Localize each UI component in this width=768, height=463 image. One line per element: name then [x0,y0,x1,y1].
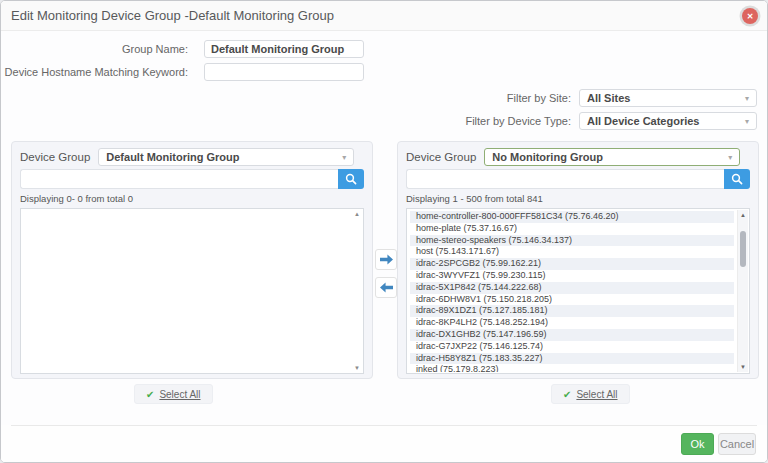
device-list-item[interactable]: idrac-3WYVFZ1 (75.99.230.115) [410,270,734,282]
target-search-row [406,169,750,189]
arrow-left-icon [379,281,394,294]
source-select-all-button[interactable]: ✔ Select All [134,384,213,404]
edit-monitoring-device-group-dialog: Edit Monitoring Device Group -Default Mo… [0,0,768,463]
source-search-row [20,169,364,189]
device-list-item[interactable]: idrac-8KP4LH2 (75.148.252.194) [410,317,734,329]
filter-site-label: Filter by Site: [1,92,571,104]
device-list-item[interactable]: home-controller-800-000FFF581C34 (75.76.… [410,211,734,223]
chevron-down-icon: ▾ [745,94,749,103]
scrollbar-thumb[interactable] [740,231,746,267]
scroll-up-icon[interactable]: ▲ [354,211,360,217]
group-name-input[interactable] [204,40,364,58]
group-name-row: Group Name: [1,40,364,58]
arrow-right-icon [379,253,394,266]
hostname-keyword-row: Device Hostname Matching Keyword: [1,63,364,81]
device-list-item[interactable]: idrac-2SPCGB2 (75.99.162.21) [410,258,734,270]
target-panel-header: Device Group No Monitoring Group ▾ [406,148,750,166]
scrollbar[interactable]: ▲ ▼ [737,210,748,372]
filter-device-type-select[interactable]: All Device Categories ▾ [579,112,757,130]
source-displaying-count: Displaying 0- 0 from total 0 [20,193,364,204]
filter-site-select[interactable]: All Sites ▾ [579,89,757,107]
device-list-item[interactable]: idrac-DX1GHB2 (75.147.196.59) [410,329,734,341]
target-device-list-rows: home-controller-800-000FFF581C34 (75.76.… [410,211,734,372]
source-search-button[interactable] [338,169,364,189]
cancel-button[interactable]: Cancel [718,433,756,455]
target-device-panel: Device Group No Monitoring Group ▾ Displ… [397,141,759,379]
filter-site-value: All Sites [587,92,630,104]
device-list-item[interactable]: idrac-G7JXP22 (75.146.125.74) [410,341,734,353]
source-device-list[interactable]: ▲ ▼ [20,208,364,374]
source-search-input[interactable] [20,169,338,189]
chevron-down-icon: ▾ [728,153,732,162]
device-list-item[interactable]: inked (75.179.8.223) [410,364,734,372]
dialog-footer: Ok Cancel [1,425,767,462]
device-list-item[interactable]: home-plate (75.37.16.67) [410,223,734,235]
filter-device-type-row: Filter by Device Type: All Device Catego… [1,112,757,130]
close-button[interactable]: ✕ [742,8,758,24]
dialog-title: Edit Monitoring Device Group -Default Mo… [11,8,334,23]
ok-button[interactable]: Ok [681,433,714,455]
source-device-group-value: Default Monitoring Group [106,151,239,163]
device-group-label: Device Group [406,151,476,163]
search-icon [731,173,743,185]
check-icon: ✔ [146,389,154,400]
source-device-group-select[interactable]: Default Monitoring Group ▾ [98,148,354,166]
hostname-keyword-input[interactable] [204,63,364,81]
close-icon: ✕ [747,12,754,21]
target-search-input[interactable] [406,169,724,189]
device-list-item[interactable]: host (75.143.171.67) [410,246,734,258]
device-list-item[interactable]: idrac-6DHW8V1 (75.150.218.205) [410,294,734,306]
filter-device-type-value: All Device Categories [587,115,700,127]
target-device-group-value: No Monitoring Group [492,151,603,163]
chevron-down-icon: ▾ [745,117,749,126]
group-name-label: Group Name: [1,43,188,55]
hostname-keyword-label: Device Hostname Matching Keyword: [1,66,188,78]
move-right-button[interactable] [375,249,397,270]
scroll-up-icon[interactable]: ▲ [738,212,748,218]
target-select-all-button[interactable]: ✔ Select All [551,384,630,404]
target-search-button[interactable] [724,169,750,189]
scroll-down-icon[interactable]: ▼ [354,365,360,371]
dialog-titlebar: Edit Monitoring Device Group -Default Mo… [1,1,767,31]
scroll-down-icon[interactable]: ▼ [738,364,748,370]
search-icon [345,173,357,185]
device-list-item[interactable]: idrac-H58Y8Z1 (75.183.35.227) [410,353,734,365]
filter-site-row: Filter by Site: All Sites ▾ [1,89,757,107]
chevron-down-icon: ▾ [342,153,346,162]
target-device-list[interactable]: home-controller-800-000FFF581C34 (75.76.… [406,208,750,374]
device-list-item[interactable]: home-stereo-speakers (75.146.34.137) [410,235,734,247]
source-device-list-rows [24,211,348,372]
target-displaying-count: Displaying 1 - 500 from total 841 [406,193,750,204]
source-device-panel: Device Group Default Monitoring Group ▾ … [11,141,373,379]
device-list-item[interactable]: idrac-5X1P842 (75.144.222.68) [410,282,734,294]
device-list-item[interactable]: idrac-89X1DZ1 (75.127.185.181) [410,305,734,317]
target-select-all-label: Select All [576,389,617,400]
check-icon: ✔ [563,389,571,400]
footer-divider [11,425,757,426]
move-left-button[interactable] [375,277,397,298]
target-device-group-select[interactable]: No Monitoring Group ▾ [484,148,740,166]
filter-device-type-label: Filter by Device Type: [1,115,571,127]
source-panel-header: Device Group Default Monitoring Group ▾ [20,148,364,166]
source-select-all-label: Select All [159,389,200,400]
device-group-label: Device Group [20,151,90,163]
